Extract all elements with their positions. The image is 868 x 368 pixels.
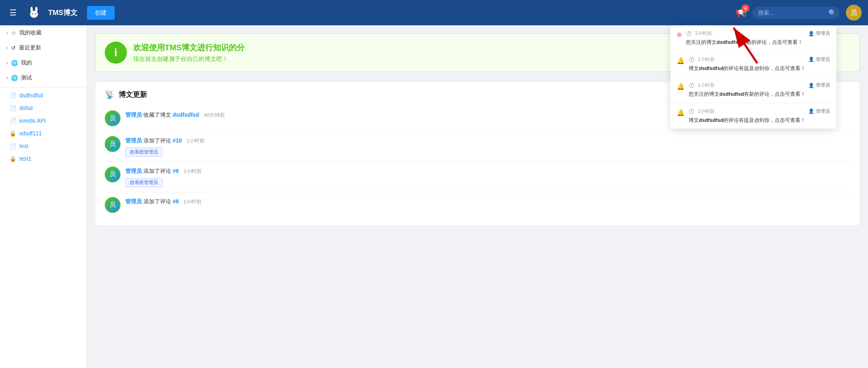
globe-icon: 🌐 [11, 75, 18, 81]
update-user: 管理员 [125, 168, 142, 174]
welcome-text: 欢迎使用TMS博文进行知识的分 现在就去创建属于你自己的博文吧！ [133, 42, 245, 63]
notif-text-1: 您关注的博文dsdfsdfsd有新的评论，点击可查看！ [686, 38, 830, 46]
bell-icon: 🔔 [677, 109, 685, 116]
arrow-icon: › [6, 75, 8, 81]
user-icon: 👤 [808, 108, 814, 114]
info-icon: i [105, 42, 127, 64]
notif-time: 1小时前 [695, 30, 712, 37]
user-avatar[interactable]: 员 [846, 5, 862, 21]
notif-body: 🕐 1小时前 👤 管理员 博文dsdfsdfsd的评论有提及@到你，点击可查看！ [689, 56, 830, 72]
notification-item-1[interactable]: ⊗ 🕐 1小时前 👤 管理员 您关注的博文dsdfsdfsd有新的评论，点击可查… [670, 25, 836, 51]
mention-tag: @系统管理员 [125, 178, 162, 187]
svg-point-2 [35, 7, 38, 12]
avatar: 员 [105, 136, 121, 152]
lock-icon: 🔒 [9, 156, 16, 162]
arrow-icon: › [6, 30, 8, 36]
update-time: 1小时前 [187, 138, 205, 144]
update-item-2[interactable]: 员 管理员 添加了评论 #10 1小时前 @系统管理员 [105, 131, 850, 162]
clock-icon: 🕐 [689, 108, 694, 114]
update-user: 管理员 [125, 137, 142, 144]
notif-user: 👤 管理员 [808, 82, 830, 89]
sidebar-item-favorites[interactable]: › ☆ 我的收藏 [0, 25, 87, 40]
notif-meta: 🕐 1小时前 👤 管理员 [689, 108, 830, 115]
lock-icon: 🔒 [9, 130, 16, 137]
notif-meta: 🕐 1小时前 👤 管理员 [686, 30, 830, 37]
sidebar-label: 测试 [21, 74, 80, 82]
user-icon: 👤 [808, 83, 814, 88]
sidebar-divider [0, 87, 87, 87]
sidebar-item-recent[interactable]: › ↺ 最近更新 [0, 40, 87, 55]
bell-icon: 🔔 [677, 57, 685, 64]
notification-button[interactable]: 📢 4 [736, 8, 746, 18]
notif-text-4: 博文dsdfsdfsd的评论有提及@到你，点击可查看！ [689, 116, 830, 124]
doc-label: ioredis API [19, 118, 46, 124]
bell-icon: 🔔 [677, 83, 685, 90]
search-icon: 🔍 [828, 9, 836, 17]
update-item-3[interactable]: 员 管理员 添加了评论 #9 1小时前 @系统管理员 [105, 162, 850, 192]
update-action: 添加了评论 [143, 198, 173, 205]
sidebar-doc-test[interactable]: 📄 test [0, 140, 87, 152]
sidebar: › ☆ 我的收藏 › ↺ 最近更新 › 🌐 我的 › 🌐 测试 📄 dsdfsd… [0, 25, 87, 368]
update-action: 收藏了博文 [143, 112, 173, 118]
welcome-title: 欢迎使用TMS博文进行知识的分 [133, 42, 245, 53]
sidebar-label: 我的收藏 [19, 29, 80, 36]
sidebar-doc-sdsdf111[interactable]: 🔒 sdsdf111 [0, 127, 87, 140]
menu-icon[interactable]: ☰ [6, 5, 20, 21]
avatar: 员 [105, 197, 121, 213]
mention-tag: @系统管理员 [125, 148, 162, 157]
sidebar-item-mine[interactable]: › 🌐 我的 [0, 55, 87, 70]
update-link: #10 [173, 137, 182, 144]
update-action: 添加了评论 [143, 137, 173, 144]
update-time: 40分钟前 [204, 112, 225, 118]
notification-item-3[interactable]: 🔔 🕐 1小时前 👤 管理员 您关注的博文dsdfsdfsd有新的评论，点击可查… [670, 77, 836, 103]
notif-meta: 🕐 1小时前 👤 管理员 [689, 82, 830, 89]
clock-icon: 🕐 [689, 83, 694, 88]
header-right: 📢 4 🔍 员 [736, 5, 862, 21]
update-content: 管理员 添加了评论 #8 1小时前 [125, 197, 850, 206]
svg-point-3 [32, 13, 33, 15]
svg-point-4 [35, 13, 36, 15]
sidebar-doc-test1[interactable]: 🔒 test1 [0, 152, 87, 165]
sidebar-label: 最近更新 [19, 44, 80, 51]
svg-point-1 [30, 7, 33, 12]
update-text: 管理员 添加了评论 #8 1小时前 [125, 197, 850, 206]
doc-label: dsfsd [19, 105, 32, 111]
notification-item-2[interactable]: 🔔 🕐 1小时前 👤 管理员 博文dsdfsdfsd的评论有提及@到你，点击可查… [670, 51, 836, 78]
doc-label: dsdfsdfsd [19, 92, 43, 99]
clock-icon: 🕐 [686, 31, 692, 36]
update-time: 1小时前 [183, 168, 202, 174]
arrow-icon: › [6, 45, 8, 51]
update-link: dsdfsdfsd [173, 112, 199, 118]
globe-icon: 🌐 [11, 60, 18, 66]
update-content: 管理员 添加了评论 #10 1小时前 @系统管理员 [125, 136, 850, 157]
rss-icon: 📡 [105, 90, 115, 99]
sidebar-label: 我的 [21, 59, 80, 66]
notif-user: 👤 管理员 [808, 108, 830, 115]
sidebar-doc-dsdfsdfsd[interactable]: 📄 dsdfsdfsd [0, 89, 87, 102]
doc-icon: 📄 [9, 118, 16, 124]
sidebar-doc-ioredis[interactable]: 📄 ioredis API [0, 114, 87, 127]
update-time: 1小时前 [183, 199, 202, 205]
doc-icon: 📄 [9, 92, 16, 99]
update-content: 管理员 添加了评论 #9 1小时前 @系统管理员 [125, 167, 850, 187]
search-input[interactable] [758, 9, 825, 16]
notification-count: 4 [742, 4, 749, 12]
sidebar-item-test[interactable]: › 🌐 测试 [0, 70, 87, 85]
sidebar-doc-dsfsd[interactable]: 📄 dsfsd [0, 102, 87, 114]
update-item-4[interactable]: 员 管理员 添加了评论 #8 1小时前 [105, 192, 850, 218]
doc-label: sdsdf111 [19, 130, 42, 137]
create-button[interactable]: 创建 [87, 6, 115, 20]
user-icon: 👤 [808, 31, 814, 36]
unread-icon: ⊗ [677, 31, 682, 38]
notif-meta: 🕐 1小时前 👤 管理员 [689, 56, 830, 63]
update-link: #8 [173, 198, 179, 205]
update-text: 管理员 添加了评论 #10 1小时前 [125, 136, 850, 145]
user-icon: 👤 [808, 57, 814, 62]
notif-body: 🕐 1小时前 👤 管理员 您关注的博文dsdfsdfsd有新的评论，点击可查看！ [686, 30, 830, 46]
notif-time: 1小时前 [698, 56, 715, 63]
doc-icon: 📄 [9, 143, 16, 149]
doc-icon: 📄 [9, 105, 16, 111]
header: ☰ TMS博文 创建 📢 4 🔍 员 [0, 0, 868, 25]
doc-label: test1 [19, 156, 31, 162]
notification-item-4[interactable]: 🔔 🕐 1小时前 👤 管理员 博文dsdfsdfsd的评论有提及@到你，点击可查… [670, 103, 836, 129]
